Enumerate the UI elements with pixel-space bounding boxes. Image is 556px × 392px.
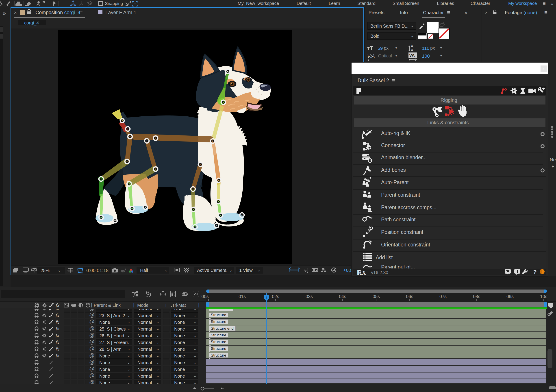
svg-text:A: A bbox=[411, 44, 413, 48]
svg-text:+0,0: +0,0 bbox=[343, 267, 352, 273]
svg-text:Snapping: Snapping bbox=[105, 1, 123, 6]
svg-text:?: ? bbox=[533, 269, 537, 275]
svg-text:A: A bbox=[411, 48, 413, 53]
